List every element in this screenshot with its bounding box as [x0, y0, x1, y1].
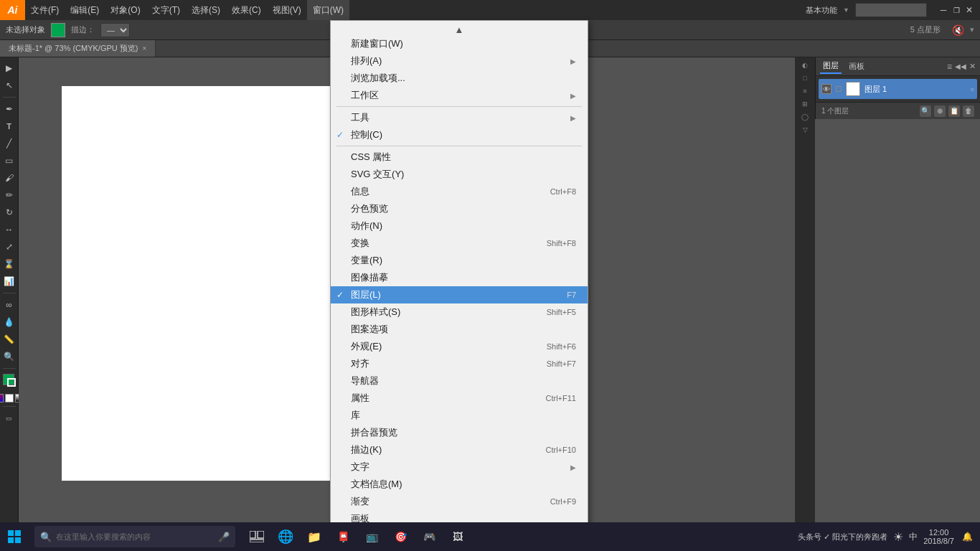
taskbar-clock[interactable]: 12:00 2018/8/7	[923, 528, 954, 545]
dd-item-stroke[interactable]: 描边(K) Ctrl+F10	[331, 441, 588, 458]
right-tool-3[interactable]: ≡	[800, 86, 810, 96]
dd-item-control[interactable]: ✓ 控制(C)	[331, 126, 588, 143]
taskbar-app-3[interactable]: 🎯	[387, 524, 413, 550]
right-tool-5[interactable]: ◯	[800, 112, 810, 122]
taskbar-mic-icon[interactable]: 🎤	[218, 532, 230, 542]
taskbar-app-4[interactable]: 🎮	[416, 524, 442, 550]
dd-item-svg-interactivity[interactable]: SVG 交互(Y)	[331, 166, 588, 183]
dd-item-browse-extras[interactable]: 浏览加载项...	[331, 70, 588, 87]
taskbar-search-input[interactable]	[56, 532, 214, 541]
new-layer-button[interactable]: 📋	[948, 105, 960, 117]
tab-artboards[interactable]: 画板	[846, 60, 867, 73]
delete-layer-button[interactable]: 🗑	[963, 105, 974, 117]
tool-graph[interactable]: 📊	[1, 273, 17, 289]
taskbar-app-5[interactable]: 🖼	[445, 524, 471, 550]
tool-mirror[interactable]: ↔	[1, 222, 17, 237]
dd-item-pathfinder[interactable]: 拼合器预览	[331, 424, 588, 441]
dd-item-transform[interactable]: 变换 Shift+F8	[331, 235, 588, 252]
dd-item-align[interactable]: 对齐 Shift+F7	[331, 355, 588, 372]
dd-item-pattern-options[interactable]: 图案选项	[331, 321, 588, 338]
taskbar-app-1[interactable]: 📮	[330, 524, 356, 550]
menu-view[interactable]: 视图(V)	[267, 0, 307, 20]
dd-item-doc-info[interactable]: 文档信息(M)	[331, 476, 588, 493]
tool-text[interactable]: T	[1, 118, 17, 134]
locate-layer-button[interactable]: 🔍	[920, 105, 931, 117]
restore-button[interactable]: ❐	[951, 5, 961, 15]
dd-item-css-properties[interactable]: CSS 属性	[331, 149, 588, 166]
make-sublayer-button[interactable]: ⊕	[934, 105, 946, 117]
tool-direct-select[interactable]: ↖	[1, 77, 17, 93]
start-button[interactable]	[0, 522, 29, 551]
menu-edit[interactable]: 编辑(E)	[65, 0, 105, 20]
dd-item-tools[interactable]: 工具 ▶	[331, 109, 588, 126]
dd-item-appearance[interactable]: 外观(E) Shift+F6	[331, 338, 588, 355]
layer-target[interactable]	[836, 86, 842, 92]
tool-selection[interactable]: ▶	[1, 60, 17, 76]
dd-item-gradient[interactable]: 渐变 Ctrl+F9	[331, 493, 588, 510]
taskbar-app-2[interactable]: 📺	[359, 524, 385, 550]
stroke-color[interactable]	[7, 378, 16, 387]
panel-menu-icon[interactable]: ≡	[947, 62, 952, 72]
tool-pencil[interactable]: ✏	[1, 187, 17, 203]
close-button[interactable]: ✕	[964, 5, 974, 15]
dd-item-libraries[interactable]: 库	[331, 407, 588, 424]
tool-rectangle[interactable]: ▭	[1, 153, 17, 169]
layer-lock-icon[interactable]: ○	[970, 85, 974, 93]
none-icon[interactable]	[5, 394, 14, 402]
dd-item-new-window[interactable]: 新建窗口(W)	[331, 35, 588, 52]
tab-close-icon[interactable]: ×	[142, 44, 146, 52]
minimize-button[interactable]: ─	[938, 5, 948, 15]
search-input-wrapper[interactable]	[855, 3, 927, 17]
dd-item-attributes[interactable]: 属性 Ctrl+F11	[331, 390, 588, 407]
dd-item-actions[interactable]: 动作(N)	[331, 217, 588, 235]
speaker-icon[interactable]: 🔇	[952, 24, 964, 36]
tool-line[interactable]: ╱	[1, 136, 17, 151]
taskbar-search[interactable]: 🔍 🎤	[34, 526, 235, 547]
tool-draw-modes[interactable]: ▭	[1, 410, 17, 426]
dropdown-scroll-up[interactable]: ▲	[331, 24, 588, 35]
menu-object[interactable]: 对象(O)	[105, 0, 146, 20]
dd-item-graphic-styles[interactable]: 图形样式(S) Shift+F5	[331, 303, 588, 321]
right-tool-1[interactable]: ◐	[800, 60, 810, 70]
menu-file[interactable]: 文件(F)	[25, 0, 65, 20]
dd-item-arrange[interactable]: 排列(A) ▶	[331, 52, 588, 70]
tool-measure[interactable]: 📏	[1, 331, 17, 347]
dd-item-navigator[interactable]: 导航器	[331, 372, 588, 390]
menu-select[interactable]: 选择(S)	[186, 0, 226, 20]
fill-color-box[interactable]	[51, 23, 65, 37]
menu-window[interactable]: 窗口(W)	[307, 0, 349, 20]
dd-item-workspace[interactable]: 工作区 ▶	[331, 87, 588, 104]
stroke-select[interactable]: —	[100, 23, 130, 37]
search-input[interactable]	[859, 6, 923, 14]
layer-visibility-toggle[interactable]: 👁	[821, 84, 831, 94]
tool-zoom[interactable]: 🔍	[1, 349, 17, 364]
document-tab[interactable]: 未标题-1* @ 73% (CMYK/GPU 预览) ×	[0, 40, 156, 57]
right-tool-6[interactable]: ▽	[800, 125, 810, 135]
panel-close-icon[interactable]: ✕	[969, 62, 976, 71]
dd-item-separations[interactable]: 分色预览	[331, 200, 588, 217]
tool-warp[interactable]: ⌛	[1, 256, 17, 272]
taskbar-task-view[interactable]	[244, 524, 270, 550]
menu-effect[interactable]: 效果(C)	[226, 0, 267, 20]
workspace-dropdown-icon[interactable]: ▼	[843, 6, 849, 14]
tool-scale[interactable]: ⤢	[1, 239, 17, 255]
dd-item-variables[interactable]: 变量(R)	[331, 252, 588, 269]
tool-pen[interactable]: ✒	[1, 101, 17, 117]
color-controls[interactable]	[1, 374, 17, 390]
taskbar-explorer[interactable]: 📁	[301, 524, 327, 550]
layer-row[interactable]: 👁 图层 1 ○	[819, 79, 977, 99]
panel-expand-icon[interactable]: ◀◀	[955, 62, 966, 70]
options-arrow[interactable]: ▾	[970, 25, 974, 34]
right-tool-4[interactable]: ⊞	[800, 99, 810, 109]
taskbar-edge[interactable]: 🌐	[273, 524, 298, 550]
dd-item-layers[interactable]: ✓ 图层(L) F7	[331, 286, 588, 303]
tool-blend[interactable]: ∞	[1, 297, 17, 313]
tool-paintbrush[interactable]: 🖌	[1, 170, 17, 186]
dd-item-info[interactable]: 信息 Ctrl+F8	[331, 183, 588, 200]
tab-layers[interactable]: 图层	[820, 59, 842, 74]
tool-rotate[interactable]: ↻	[1, 204, 17, 220]
color-icon[interactable]	[0, 394, 4, 402]
dd-item-type-menu[interactable]: 文字 ▶	[331, 458, 588, 476]
taskbar-notification[interactable]: 🔔	[960, 526, 974, 547]
tool-eyedropper[interactable]: 💧	[1, 314, 17, 330]
